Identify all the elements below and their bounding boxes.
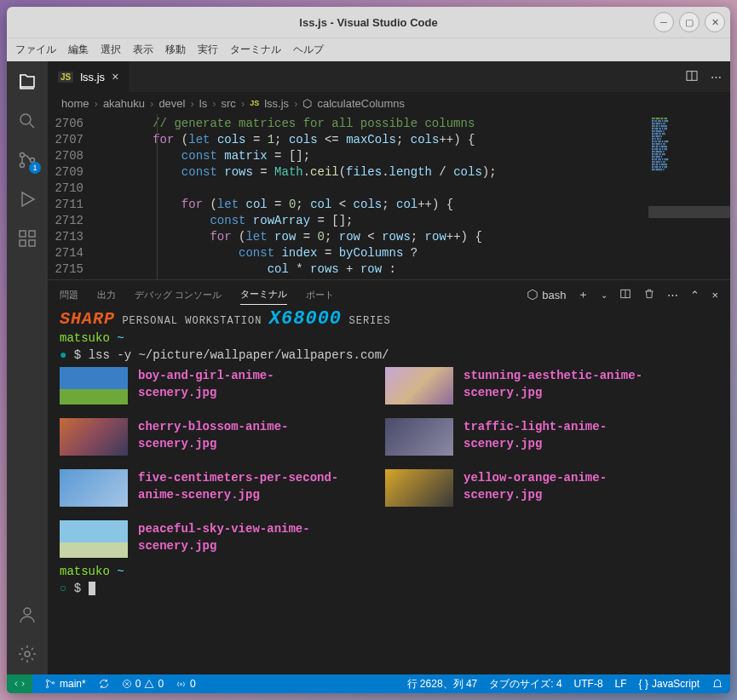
encoding[interactable]: UTF-8 (574, 678, 603, 690)
code-editor[interactable]: 2706 2707 2708 2709 2710 2711 2712 2713 … (48, 114, 730, 279)
git-branch[interactable]: main* (44, 678, 86, 690)
terminal-shell-label[interactable]: bash (527, 289, 566, 301)
remote-indicator[interactable] (7, 674, 32, 693)
ports-count[interactable]: 0 (176, 678, 196, 690)
run-debug-icon[interactable] (15, 187, 39, 211)
list-item: five-centimeters-per-second-anime-scener… (60, 469, 351, 507)
thumbnail (60, 367, 128, 405)
svg-rect-7 (29, 240, 35, 246)
prompt-line: matsuko ~ (60, 330, 718, 347)
menu-help[interactable]: ヘルプ (293, 43, 324, 57)
accounts-icon[interactable] (15, 603, 39, 627)
close-panel-icon[interactable]: × (711, 289, 718, 301)
minimize-button[interactable]: ─ (654, 12, 674, 32)
explorer-icon[interactable] (15, 70, 39, 94)
crumb[interactable]: src (222, 97, 236, 110)
svg-point-8 (24, 608, 31, 615)
activity-bar: 1 (7, 61, 48, 674)
line-number: 2709 (48, 164, 83, 181)
file-name: boy-and-girl-anime-scenery.jpg (138, 367, 351, 401)
eol[interactable]: LF (615, 678, 627, 690)
search-icon[interactable] (15, 109, 39, 133)
menu-terminal[interactable]: ターミナル (230, 43, 281, 57)
close-button[interactable]: ✕ (705, 12, 725, 32)
menu-view[interactable]: 表示 (133, 43, 153, 57)
line-numbers: 2706 2707 2708 2709 2710 2711 2712 2713 … (48, 114, 95, 279)
maximize-button[interactable]: ▢ (679, 12, 700, 32)
svg-rect-5 (29, 231, 35, 237)
menu-file[interactable]: ファイル (15, 43, 56, 57)
scm-badge: 1 (29, 162, 41, 174)
panel-tab-ports[interactable]: ポート (306, 285, 334, 305)
language-mode[interactable]: { } JavaScript (639, 678, 700, 690)
window-title: lss.js - Visual Studio Code (299, 16, 437, 29)
crumb[interactable]: devel (158, 97, 185, 110)
svg-rect-4 (20, 231, 26, 237)
trash-icon[interactable] (643, 288, 655, 302)
split-editor-icon[interactable] (685, 69, 699, 85)
list-item: stunning-aesthetic-anime-scenery.jpg (385, 367, 677, 405)
thumbnail (385, 469, 453, 507)
chevron-down-icon[interactable]: ⌄ (601, 290, 607, 300)
panel-tab-output[interactable]: 出力 (97, 285, 116, 305)
svg-rect-6 (20, 240, 26, 246)
problems-count[interactable]: 0 0 (122, 678, 164, 690)
svg-point-1 (20, 153, 25, 158)
new-terminal-icon[interactable]: ＋ (578, 287, 589, 302)
panel-tab-debug-console[interactable]: デバッグ コンソール (135, 285, 222, 305)
crumb[interactable]: akahuku (103, 97, 145, 110)
chevron-right-icon: › (241, 97, 245, 110)
extensions-icon[interactable] (15, 227, 39, 250)
crumb[interactable]: home (61, 97, 89, 110)
menu-selection[interactable]: 選択 (101, 43, 121, 57)
tab-actions: ⋯ (685, 61, 730, 92)
line-number: 2713 (48, 229, 83, 245)
panel-tab-problems[interactable]: 問題 (60, 285, 78, 305)
thumbnail (60, 520, 128, 558)
line-number: 2714 (48, 245, 83, 261)
notifications-bell-icon[interactable] (711, 678, 723, 690)
split-panel-icon[interactable] (619, 288, 631, 302)
prompt-input-line[interactable]: ○ $ (60, 580, 718, 597)
banner-line: SHARP PERSONAL WORKSTATION X68000 SERIES (60, 311, 718, 330)
menu-run[interactable]: 実行 (198, 43, 218, 57)
sync-icon[interactable] (98, 678, 110, 690)
tab-lss-js[interactable]: JS lss.js × (48, 61, 130, 92)
javascript-icon: JS (250, 99, 259, 107)
list-item: traffic-light-anime-scenery.jpg (385, 418, 677, 456)
command-line: ● $ lss -y ~/picture/wallpaper/wallpaper… (60, 347, 718, 364)
line-number: 2706 (48, 116, 83, 132)
minimap[interactable]: ███ ████ ██ █████ ██ ███ █ ████ ███ ████… (648, 114, 730, 279)
banner-text: PERSONAL WORKSTATION (122, 315, 262, 327)
chevron-right-icon: › (150, 97, 153, 110)
crumb-file[interactable]: lss.js (264, 97, 289, 110)
svg-point-9 (25, 651, 30, 657)
panel-actions: bash ＋ ⌄ ⋯ ⌃ × (527, 287, 718, 302)
window-controls: ─ ▢ ✕ (654, 12, 725, 32)
prompt-line: matsuko ~ (60, 563, 718, 580)
crumb[interactable]: ls (199, 97, 207, 110)
maximize-panel-icon[interactable]: ⌃ (690, 289, 700, 301)
tab-size[interactable]: タブのサイズ: 4 (489, 677, 561, 691)
line-number: 2710 (48, 181, 83, 197)
thumbnail (385, 418, 453, 456)
tab-close-icon[interactable]: × (112, 70, 118, 83)
menu-go[interactable]: 移動 (165, 43, 186, 57)
file-listing: boy-and-girl-anime-scenery.jpg cherry-bl… (60, 367, 718, 558)
cursor-position[interactable]: 行 2628、列 47 (407, 677, 478, 691)
list-item: yellow-orange-anime-scenery.jpg (385, 469, 677, 507)
code-content[interactable]: // generate matrices for all possible co… (95, 114, 648, 279)
method-icon: ⬡ (302, 97, 312, 110)
more-icon[interactable]: ⋯ (667, 289, 678, 301)
breadcrumb[interactable]: home› akahuku› devel› ls› src› JS lss.js… (48, 92, 730, 114)
more-actions-icon[interactable]: ⋯ (711, 71, 722, 83)
terminal[interactable]: SHARP PERSONAL WORKSTATION X68000 SERIES… (48, 309, 730, 674)
source-control-icon[interactable]: 1 (15, 148, 39, 172)
crumb-symbol[interactable]: calculateColumns (317, 97, 405, 110)
javascript-icon: JS (58, 72, 73, 83)
line-number: 2712 (48, 213, 83, 229)
settings-gear-icon[interactable] (15, 642, 39, 666)
menu-edit[interactable]: 編集 (68, 43, 89, 57)
panel-tab-terminal[interactable]: ターミナル (240, 284, 287, 305)
column-right: stunning-aesthetic-anime-scenery.jpg tra… (385, 367, 677, 558)
